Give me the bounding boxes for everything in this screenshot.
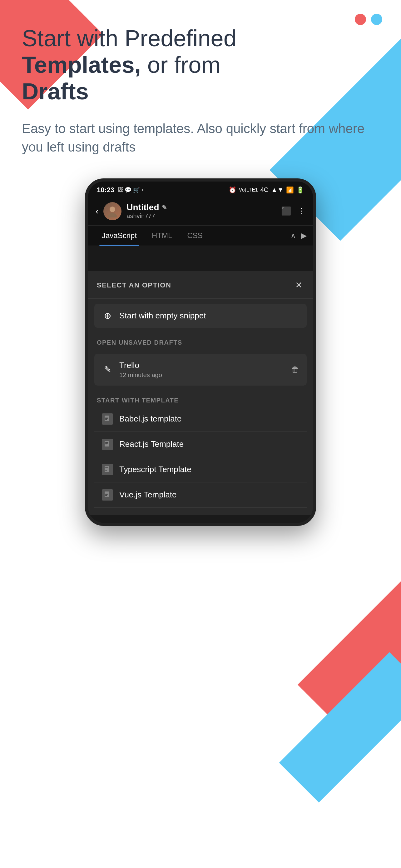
status-bar-left: 10:23 🖼 💬 🛒 •	[97, 186, 144, 194]
svg-rect-8	[105, 443, 108, 444]
avatar-svg	[106, 205, 119, 217]
draft-item-name: Trello	[119, 361, 285, 370]
add-circle-icon: ⊕	[102, 311, 113, 321]
template-item-typescript[interactable]: Typescript Template	[94, 457, 307, 483]
svg-point-1	[108, 213, 117, 217]
tab-css[interactable]: CSS	[179, 226, 210, 246]
phone-wrapper: 10:23 🖼 💬 🛒 • ⏰ Vo)LTE1 4G ▲▼ 📶 🔋 ‹	[22, 178, 379, 526]
doc-icon	[104, 415, 111, 423]
drafts-section-header: OPEN UNSAVED DRAFTS	[88, 333, 313, 349]
svg-rect-5	[105, 419, 107, 420]
template-icon-typescript	[102, 464, 113, 475]
modal-header: SELECT AN OPTION ✕	[88, 271, 313, 299]
pencil-icon: ✎	[102, 364, 113, 375]
more-menu-button[interactable]: ⋮	[297, 206, 305, 216]
editor-area	[88, 246, 313, 271]
svg-rect-7	[105, 442, 108, 443]
avatar-face	[103, 202, 122, 220]
template-vue-label: Vue.js Template	[119, 490, 177, 500]
status-bar: 10:23 🖼 💬 🛒 • ⏰ Vo)LTE1 4G ▲▼ 📶 🔋	[88, 182, 313, 197]
status-alarm-icon: ⏰	[229, 186, 236, 194]
status-battery-icon: 🔋	[296, 186, 304, 194]
tab-javascript[interactable]: JavaScript	[94, 226, 144, 246]
template-babel-label: Babel.js template	[119, 414, 181, 424]
draft-item-trello[interactable]: ✎ Trello 12 minutes ago 🗑	[94, 354, 307, 385]
doc-icon-4	[104, 491, 111, 499]
svg-point-0	[110, 207, 115, 212]
svg-rect-13	[105, 470, 107, 470]
templates-section-header: START WITH TEMPLATE	[88, 391, 313, 406]
template-react-label: React.js Template	[119, 439, 183, 449]
tab-css-label: CSS	[187, 231, 202, 240]
delete-draft-button[interactable]: 🗑	[291, 365, 299, 374]
headline-line1: Start with Predefined	[22, 25, 236, 51]
tab-javascript-label: JavaScript	[102, 231, 137, 240]
svg-rect-15	[105, 493, 108, 493]
status-signal-icon: ▲▼	[271, 186, 283, 193]
doc-icon-3	[104, 466, 111, 473]
phone-mockup: 10:23 🖼 💬 🛒 • ⏰ Vo)LTE1 4G ▲▼ 📶 🔋 ‹	[85, 178, 316, 526]
svg-rect-12	[105, 469, 108, 469]
template-item-babel[interactable]: Babel.js template	[94, 406, 307, 432]
snippet-username: ashvin777	[127, 213, 276, 220]
template-icon-vue	[102, 489, 113, 501]
title-group: Untitled ✎ ashvin777	[127, 203, 276, 220]
headline: Start with Predefined Templates, or from…	[22, 25, 379, 105]
headline-bold: Templates,	[22, 52, 141, 78]
phone-bottom-bar	[88, 515, 313, 523]
status-bar-right: ⏰ Vo)LTE1 4G ▲▼ 📶 🔋	[229, 186, 304, 194]
svg-rect-11	[105, 467, 108, 468]
svg-rect-9	[105, 445, 107, 445]
headline-rest: or from	[141, 52, 221, 78]
play-icon[interactable]: ▶	[301, 231, 307, 240]
status-volte-icon: Vo)LTE1	[239, 187, 258, 193]
template-item-react[interactable]: React.js Template	[94, 432, 307, 457]
subtitle: Easy to start using templates. Also quic…	[22, 120, 379, 157]
tab-html-label: HTML	[152, 231, 172, 240]
draft-item-time: 12 minutes ago	[119, 372, 285, 379]
template-icon-babel	[102, 413, 113, 425]
svg-rect-3	[105, 417, 108, 417]
snippet-title-text: Untitled	[127, 203, 159, 213]
modal-bottom-padding	[88, 508, 313, 515]
status-signal-bars: 📶	[286, 186, 294, 194]
modal-sheet: SELECT AN OPTION ✕ ⊕ Start with empty sn…	[88, 271, 313, 515]
dot-red	[355, 14, 366, 25]
avatar	[103, 202, 122, 220]
edit-title-icon[interactable]: ✎	[162, 204, 167, 211]
app-bar-actions: ⬛ ⋮	[281, 206, 305, 216]
status-time: 10:23	[97, 186, 114, 194]
tabs-bar: JavaScript HTML CSS ∧ ▶	[88, 226, 313, 246]
tab-html[interactable]: HTML	[144, 226, 179, 246]
main-content: Start with Predefined Templates, or from…	[0, 0, 401, 545]
modal-title: SELECT AN OPTION	[97, 281, 171, 289]
doc-icon-2	[104, 440, 111, 448]
draft-item-info: Trello 12 minutes ago	[119, 361, 285, 379]
dot-blue	[371, 14, 382, 25]
headline-line3: Drafts	[22, 79, 89, 104]
snippet-title-row: Untitled ✎	[127, 203, 276, 213]
app-bar: ‹ Untitled ✎ ashvin777	[88, 197, 313, 226]
modal-close-button[interactable]: ✕	[293, 280, 304, 291]
empty-snippet-item[interactable]: ⊕ Start with empty snippet	[94, 304, 307, 328]
dot-indicators	[355, 14, 382, 25]
svg-rect-4	[105, 418, 108, 419]
svg-rect-17	[105, 495, 107, 496]
template-item-vue[interactable]: Vue.js Template	[94, 483, 307, 508]
back-button[interactable]: ‹	[96, 206, 98, 216]
status-4g-icon: 4G	[261, 186, 269, 193]
save-button[interactable]: ⬛	[281, 206, 291, 216]
template-icon-react	[102, 439, 113, 450]
empty-snippet-label: Start with empty snippet	[119, 311, 299, 320]
status-notif-icons: 🖼 💬 🛒 •	[118, 187, 143, 193]
collapse-icon[interactable]: ∧	[291, 231, 296, 240]
template-typescript-label: Typescript Template	[119, 465, 192, 474]
svg-rect-16	[105, 494, 108, 495]
